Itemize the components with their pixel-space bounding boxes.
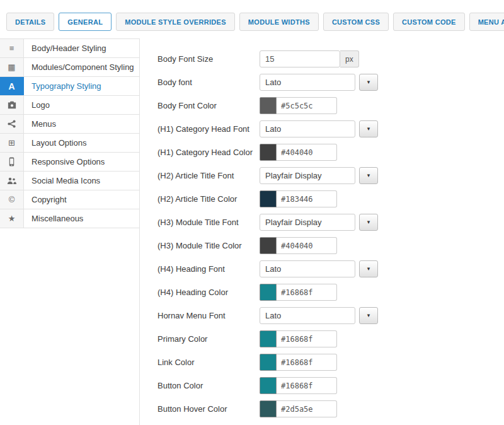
form-row-h2-article-title-font: (H2) Article Title Font Playfair Display… bbox=[158, 164, 504, 187]
tab-module-widths[interactable]: MODULE WIDTHS bbox=[239, 13, 319, 31]
color-swatch[interactable] bbox=[260, 400, 277, 417]
chevron-down-icon: ▾ bbox=[367, 266, 370, 272]
field-control: Lato ▾ bbox=[260, 120, 378, 137]
sidebar-item-logo[interactable]: Logo bbox=[0, 96, 139, 115]
form-row-button-color: Button Color bbox=[158, 374, 504, 397]
field-label: Link Color bbox=[158, 358, 260, 367]
chevron-down-icon: ▾ bbox=[367, 219, 370, 225]
select-dropdown-button[interactable]: ▾ bbox=[359, 214, 378, 231]
tab-module-style-overrides[interactable]: MODULE STYLE OVERRIDES bbox=[116, 13, 235, 31]
sidebar-item-label: Social Media Icons bbox=[24, 172, 100, 190]
sidebar-item-responsive-options[interactable]: Responsive Options bbox=[0, 153, 139, 172]
sidebar-item-label: Copyright bbox=[24, 190, 67, 209]
color-swatch[interactable] bbox=[260, 144, 277, 161]
color-swatch[interactable] bbox=[260, 237, 277, 254]
font-select[interactable]: Lato bbox=[260, 74, 355, 91]
tab-bar: DETAILS GENERAL MODULE STYLE OVERRIDES M… bbox=[0, 0, 504, 38]
field-control bbox=[260, 97, 337, 114]
select-dropdown-button[interactable]: ▾ bbox=[359, 260, 378, 277]
tab-custom-code[interactable]: CUSTOM CODE bbox=[393, 13, 465, 31]
font-select[interactable]: Lato bbox=[260, 307, 355, 324]
form-row-h3-module-title-font: (H3) Module Title Font Playfair Display … bbox=[158, 211, 504, 234]
tab-details[interactable]: DETAILS bbox=[6, 13, 54, 31]
form-row-h1-category-head-font: (H1) Category Head Font Lato ▾ bbox=[158, 117, 504, 141]
sidebar-item-copyright[interactable]: © Copyright bbox=[0, 190, 139, 209]
color-swatch[interactable] bbox=[260, 97, 277, 114]
color-hex-input[interactable] bbox=[277, 400, 337, 417]
font-select-value: Playfair Display bbox=[265, 218, 322, 227]
color-hex-input[interactable] bbox=[277, 237, 337, 254]
tab-label: CUSTOM CSS bbox=[332, 18, 380, 26]
font-select[interactable]: Playfair Display bbox=[260, 167, 355, 184]
camera-icon bbox=[0, 96, 24, 114]
color-hex-input[interactable] bbox=[277, 190, 337, 207]
color-swatch[interactable] bbox=[260, 190, 277, 207]
tab-menu-assignment[interactable]: MENU ASSIGNMENT bbox=[469, 13, 504, 31]
sidebar-item-miscellaneous[interactable]: ★ Miscellaneous bbox=[0, 209, 139, 228]
sidebar-item-modules-component-styling[interactable]: ▦ Modules/Component Styling bbox=[0, 58, 139, 77]
field-control bbox=[260, 237, 337, 254]
form-row-h2-article-title-color: (H2) Article Title Color bbox=[158, 187, 504, 211]
color-hex-input[interactable] bbox=[277, 97, 337, 114]
settings-form: Body Font Size px Body font Lato ▾ Body … bbox=[140, 38, 504, 425]
font-size-input[interactable] bbox=[260, 50, 340, 67]
field-label: (H2) Article Title Color bbox=[158, 194, 260, 204]
tab-label: GENERAL bbox=[67, 18, 103, 26]
font-select[interactable]: Lato bbox=[260, 120, 355, 137]
tab-label: DETAILS bbox=[15, 18, 45, 26]
field-label: Body font bbox=[158, 78, 260, 87]
chevron-down-icon: ▾ bbox=[367, 313, 370, 318]
sidebar-item-label: Menus bbox=[24, 115, 56, 133]
layout-icon: ⊞ bbox=[0, 134, 24, 152]
sidebar-item-layout-options[interactable]: ⊞ Layout Options bbox=[0, 134, 139, 153]
sidebar-item-body-header-styling[interactable]: ≡ Body/Header Styling bbox=[0, 39, 139, 58]
color-hex-input[interactable] bbox=[277, 284, 337, 301]
field-label: Primary Color bbox=[158, 334, 260, 344]
chevron-down-icon: ▾ bbox=[367, 126, 370, 132]
select-dropdown-button[interactable]: ▾ bbox=[359, 74, 378, 91]
form-row-button-hover-color: Button Hover Color bbox=[158, 397, 504, 421]
font-select-value: Lato bbox=[265, 124, 281, 134]
form-row-primary-color: Primary Color bbox=[158, 327, 504, 351]
field-label: Button Color bbox=[158, 381, 260, 390]
menu-icon: ≡ bbox=[0, 39, 24, 57]
form-row-h4-heading-font: (H4) Heading Font Lato ▾ bbox=[158, 257, 504, 281]
field-control bbox=[260, 284, 337, 301]
tab-general[interactable]: GENERAL bbox=[59, 13, 112, 31]
color-hex-input[interactable] bbox=[277, 144, 337, 161]
tab-label: MENU ASSIGNMENT bbox=[478, 18, 504, 26]
sidebar-item-typography-styling[interactable]: A Typography Styling bbox=[0, 77, 139, 96]
sidebar-item-menus[interactable]: Menus bbox=[0, 115, 139, 134]
font-select[interactable]: Playfair Display bbox=[260, 214, 355, 231]
field-label: (H4) Heading Color bbox=[158, 288, 260, 297]
sidebar-item-label: Typography Styling bbox=[24, 77, 101, 95]
tab-label: MODULE STYLE OVERRIDES bbox=[125, 18, 226, 26]
font-select-value: Playfair Display bbox=[265, 171, 322, 180]
color-hex-input[interactable] bbox=[277, 377, 337, 394]
field-label: Body Font Color bbox=[158, 101, 260, 110]
field-label: Hornav Menu Font bbox=[158, 311, 260, 320]
tab-custom-css[interactable]: CUSTOM CSS bbox=[323, 13, 389, 31]
color-swatch[interactable] bbox=[260, 377, 277, 394]
field-label: Body Font Size bbox=[158, 54, 260, 64]
tab-label: CUSTOM CODE bbox=[402, 18, 456, 26]
copyright-icon: © bbox=[0, 190, 24, 209]
color-swatch[interactable] bbox=[260, 354, 277, 371]
select-dropdown-button[interactable]: ▾ bbox=[359, 120, 378, 137]
color-hex-input[interactable] bbox=[277, 330, 337, 347]
chevron-down-icon: ▾ bbox=[367, 79, 370, 85]
field-control bbox=[260, 400, 337, 417]
select-dropdown-button[interactable]: ▾ bbox=[359, 307, 378, 324]
color-hex-input[interactable] bbox=[277, 354, 337, 371]
select-dropdown-button[interactable]: ▾ bbox=[359, 167, 378, 184]
field-label: Button Hover Color bbox=[158, 404, 260, 414]
color-swatch[interactable] bbox=[260, 330, 277, 347]
field-control bbox=[260, 330, 337, 347]
font-select[interactable]: Lato bbox=[260, 260, 355, 277]
sidebar-item-social-media-icons[interactable]: Social Media Icons bbox=[0, 172, 139, 190]
field-label: (H1) Category Head Color bbox=[158, 148, 260, 157]
color-swatch[interactable] bbox=[260, 284, 277, 301]
grid-icon: ▦ bbox=[0, 58, 24, 76]
form-row-h1-category-head-color: (H1) Category Head Color bbox=[158, 141, 504, 164]
field-control: Lato ▾ bbox=[260, 74, 378, 91]
